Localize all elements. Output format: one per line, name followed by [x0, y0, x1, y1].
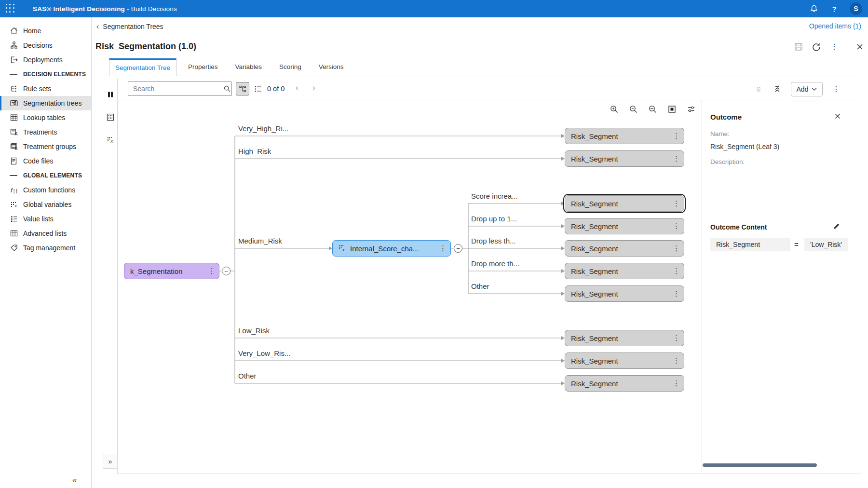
root-node[interactable]: k_Segmentation ⋮	[124, 263, 219, 279]
app-name: SAS® Intelligent Decisioning	[33, 5, 125, 13]
leaf-node-very-high-risk[interactable]: Risk_Segment⋮	[565, 128, 684, 144]
leaf-node-selected[interactable]: Risk_Segment⋮	[565, 195, 684, 212]
sidebar-item-rule-sets[interactable]: Rule sets	[0, 81, 91, 96]
node-menu-icon[interactable]: ⋮	[669, 199, 680, 208]
more-options-icon[interactable]: ⋮	[829, 41, 840, 52]
leaf-node-other-sub[interactable]: Risk_Segment⋮	[565, 285, 684, 302]
collapse-node-button[interactable]: −	[222, 267, 231, 275]
sidebar-item-deployments[interactable]: Deployments	[0, 53, 91, 67]
variables-icon[interactable]: x	[105, 135, 116, 145]
add-button[interactable]: Add	[791, 82, 823, 96]
sidebar-item-custom-functions[interactable]: f[ ] Custom functions	[0, 183, 91, 197]
leaf-node-very-low-risk[interactable]: Risk_Segment⋮	[565, 352, 684, 369]
svg-text:x: x	[342, 247, 345, 252]
variables-icon: x	[339, 244, 346, 252]
sidebar-item-home[interactable]: Home	[0, 24, 91, 38]
list-view-toggle[interactable]	[251, 82, 265, 95]
sidebar-item-global-variables[interactable]: x Global variables	[0, 197, 91, 212]
sidebar-item-treatments[interactable]: Treatments	[0, 125, 91, 139]
sidebar-item-treatment-groups[interactable]: Treatment groups	[0, 139, 91, 154]
sidebar-item-segmentation-trees[interactable]: Segmentation trees	[0, 96, 91, 110]
search-match-count: 0 of 0	[267, 85, 285, 93]
breadcrumb[interactable]: ‹ Segmentation Trees	[96, 22, 163, 31]
refresh-icon[interactable]	[811, 41, 822, 52]
back-chevron-icon: ‹	[96, 22, 99, 31]
sidebar-item-value-lists[interactable]: Value lists	[0, 212, 91, 226]
tab-variables[interactable]: Variables	[230, 58, 268, 76]
internal-score-node[interactable]: x Internal_Score_cha... ⋮	[332, 240, 451, 257]
outcome-panel: Outcome Name: Risk_Segment (Leaf 3) Desc…	[702, 100, 861, 474]
collapse-node-button[interactable]: −	[454, 244, 462, 253]
leaf-node-other-main[interactable]: Risk_Segment⋮	[565, 375, 684, 392]
node-menu-icon[interactable]: ⋮	[669, 154, 680, 163]
sidebar-item-lookup-tables[interactable]: Lookup tables	[0, 110, 91, 125]
sidebar-item-decisions[interactable]: Decisions	[0, 38, 91, 53]
panels-icon[interactable]	[105, 89, 116, 100]
tree-view-toggle[interactable]	[236, 82, 249, 95]
search-input[interactable]	[128, 85, 223, 93]
data-grid-icon[interactable]	[105, 112, 116, 122]
name-label: Name:	[710, 130, 730, 137]
node-menu-icon[interactable]: ⋮	[669, 356, 680, 365]
treatments-icon	[10, 128, 18, 136]
description-label: Description:	[710, 158, 745, 165]
leaf-node-drop-up-to[interactable]: Risk_Segment⋮	[565, 218, 684, 234]
sidebar-collapse-button[interactable]: «	[72, 475, 77, 485]
sidebar-item-code-files[interactable]: ; Code files	[0, 154, 91, 168]
tree-canvas[interactable]: Very_High_Ri... High_Risk Medium_Risk Lo…	[118, 100, 702, 474]
leaf-node-drop-more[interactable]: Risk_Segment⋮	[565, 263, 684, 279]
node-menu-icon[interactable]: ⋮	[204, 267, 215, 275]
expand-all-icon[interactable]	[772, 84, 783, 95]
branch-label: Drop up to 1...	[471, 215, 517, 223]
tab-versions[interactable]: Versions	[313, 58, 350, 76]
treatment-groups-icon	[10, 142, 18, 151]
section-divider	[10, 175, 17, 176]
close-panel-icon[interactable]	[833, 112, 842, 121]
toolbar-more-options-icon[interactable]: ⋮	[831, 84, 841, 95]
user-avatar[interactable]: S	[850, 2, 862, 15]
notifications-icon[interactable]	[809, 4, 819, 14]
app-title: SAS® Intelligent Decisioning - Build Dec…	[33, 5, 177, 13]
save-icon[interactable]	[793, 41, 804, 52]
node-menu-icon[interactable]: ⋮	[669, 334, 680, 342]
panel-title: Outcome	[710, 113, 742, 121]
search-icon[interactable]	[223, 85, 231, 93]
edit-icon[interactable]	[832, 222, 841, 230]
node-menu-icon[interactable]: ⋮	[669, 244, 680, 253]
leaf-node-drop-less[interactable]: Risk_Segment⋮	[565, 240, 684, 257]
horizontal-scrollbar[interactable]	[703, 463, 817, 467]
assignment-value[interactable]: 'Low_Risk'	[804, 238, 848, 251]
deployments-icon	[10, 55, 18, 64]
branch-label: Very_Low_Ris...	[238, 349, 290, 357]
tab-properties[interactable]: Properties	[182, 58, 224, 76]
sidebar-item-tag-management[interactable]: Tag management	[0, 241, 91, 255]
branch-label: Drop more th...	[471, 259, 519, 268]
next-match-button[interactable]: ›	[312, 83, 315, 93]
sidebar: Home Decisions Deployments DECISION ELEM…	[0, 17, 92, 488]
opened-items-link[interactable]: Opened items (1)	[809, 22, 861, 30]
app-switcher-icon[interactable]	[5, 3, 16, 14]
svg-text:x: x	[14, 203, 17, 208]
assignment-target[interactable]: Risk_Segment	[710, 238, 790, 251]
branch-label: Very_High_Ri...	[238, 124, 288, 133]
help-icon[interactable]: ?	[829, 4, 839, 14]
previous-match-button[interactable]: ‹	[296, 83, 298, 93]
sidebar-item-advanced-lists[interactable]: Advanced lists	[0, 226, 91, 241]
leaf-node-low-risk[interactable]: Risk_Segment⋮	[565, 330, 684, 346]
collapse-all-icon[interactable]	[753, 84, 764, 95]
tab-segmentation-tree[interactable]: Segmentation Tree	[109, 58, 176, 76]
node-menu-icon[interactable]: ⋮	[669, 132, 680, 140]
leaf-node-high-risk[interactable]: Risk_Segment⋮	[565, 150, 684, 167]
node-menu-icon[interactable]: ⋮	[435, 244, 447, 253]
node-menu-icon[interactable]: ⋮	[669, 289, 680, 298]
node-menu-icon[interactable]: ⋮	[669, 222, 680, 230]
node-menu-icon[interactable]: ⋮	[669, 267, 680, 275]
value-lists-icon	[10, 215, 18, 223]
node-menu-icon[interactable]: ⋮	[669, 379, 680, 388]
branch-label: Other	[238, 372, 257, 380]
tab-scoring[interactable]: Scoring	[273, 58, 307, 76]
expand-panel-button[interactable]: »	[103, 454, 118, 469]
tag-management-icon	[10, 244, 18, 252]
branch-label: Other	[471, 282, 489, 290]
close-icon[interactable]	[854, 41, 865, 52]
